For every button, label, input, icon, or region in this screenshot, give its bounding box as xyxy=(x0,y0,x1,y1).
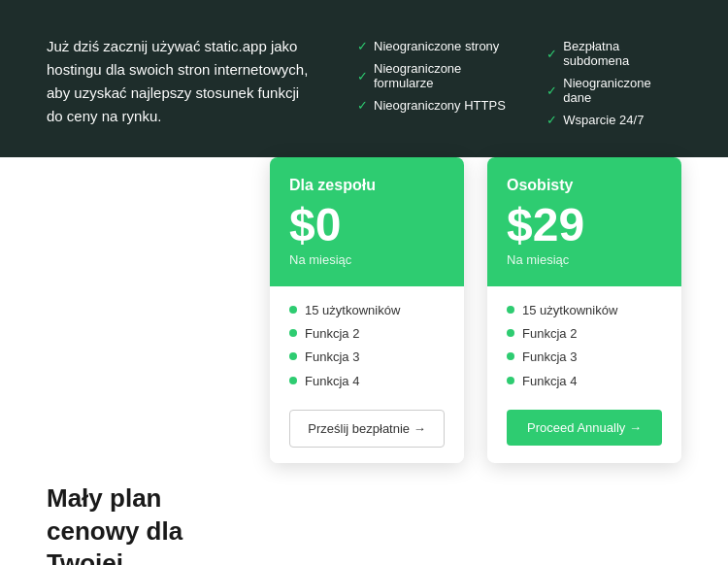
card-price: $29 xyxy=(507,202,662,249)
check-icon: ✓ xyxy=(357,69,368,83)
card-body: 15 użytkowników Funkcja 2 Funkcja 3 Funk… xyxy=(487,286,681,461)
feature-text: Nieograniczony HTTPS xyxy=(374,98,506,113)
feature-text: Bezpłatna subdomena xyxy=(563,39,681,68)
bullet-icon xyxy=(289,352,297,360)
feature-item: ✓Bezpłatna subdomena xyxy=(546,39,681,68)
card-feature-item: Funkcja 4 xyxy=(289,373,445,390)
card-feature-item: Funkcja 2 xyxy=(507,325,662,343)
page-wrapper: Już dziś zacznij używać static.app jako … xyxy=(0,0,728,565)
feature-text: Nieograniczone dane xyxy=(563,76,681,105)
card-feature-item: Funkcja 2 xyxy=(289,325,445,343)
bullet-icon xyxy=(289,377,297,384)
card-feature-item: Funkcja 4 xyxy=(507,373,662,390)
card-feature-item: 15 użytkowników xyxy=(289,302,445,319)
card-features-list: 15 użytkowników Funkcja 2 Funkcja 3 Funk… xyxy=(289,302,445,390)
card-header: Osobisty $29 Na miesiąc xyxy=(487,157,681,286)
feature-item: ✓Nieograniczone dane xyxy=(546,76,681,105)
card-period: Na miesiąc xyxy=(289,252,445,267)
bullet-icon xyxy=(289,306,297,314)
feature-label: 15 użytkowników xyxy=(305,302,400,319)
check-icon: ✓ xyxy=(357,39,368,53)
feature-item: ✓Nieograniczony HTTPS xyxy=(357,98,515,113)
card-period: Na miesiąc xyxy=(507,252,662,267)
feature-text: Nieograniczone strony xyxy=(374,39,499,53)
feature-label: Funkcja 2 xyxy=(305,325,359,343)
card-title: Dla zespołu xyxy=(289,177,445,194)
card-feature-item: Funkcja 3 xyxy=(507,349,662,366)
feature-label: 15 użytkowników xyxy=(522,302,617,319)
bullet-icon xyxy=(289,329,297,337)
pricing-card-personal: Osobisty $29 Na miesiąc 15 użytkowników … xyxy=(487,157,681,463)
bottom-title: Mały plan cenowy dla Twojej kreatywnej f… xyxy=(47,482,241,565)
card-cta-button[interactable]: Prześlij bezpłatnie → xyxy=(289,410,445,448)
headline-text: Już dziś zacznij używać static.app jako … xyxy=(47,35,318,128)
card-features-list: 15 użytkowników Funkcja 2 Funkcja 3 Funk… xyxy=(507,302,662,390)
check-icon: ✓ xyxy=(357,98,368,113)
feature-label: Funkcja 4 xyxy=(305,373,359,390)
feature-label: Funkcja 3 xyxy=(305,349,359,366)
cards-area: Dla zespołu $0 Na miesiąc 15 użytkownikó… xyxy=(0,157,728,463)
feature-item: ✓Nieograniczone strony xyxy=(357,39,515,53)
card-cta-button[interactable]: Proceed Annually → xyxy=(507,410,662,446)
check-icon: ✓ xyxy=(546,113,557,127)
card-header: Dla zespołu $0 Na miesiąc xyxy=(270,157,464,286)
feature-text: Nieograniczone formularze xyxy=(374,61,515,90)
pricing-card-team: Dla zespołu $0 Na miesiąc 15 użytkownikó… xyxy=(270,157,464,463)
top-content: Już dziś zacznij używać static.app jako … xyxy=(47,35,681,128)
bottom-left: Mały plan cenowy dla Twojej kreatywnej f… xyxy=(47,463,247,565)
bullet-icon xyxy=(507,352,514,360)
card-feature-item: 15 użytkowników xyxy=(507,302,662,319)
check-icon: ✓ xyxy=(546,47,557,61)
bullet-icon xyxy=(507,377,514,384)
bottom-section: Mały plan cenowy dla Twojej kreatywnej f… xyxy=(0,463,728,565)
bullet-icon xyxy=(507,329,514,337)
card-title: Osobisty xyxy=(507,177,662,194)
feature-item: ✓Wsparcie 24/7 xyxy=(546,113,681,127)
card-body: 15 użytkowników Funkcja 2 Funkcja 3 Funk… xyxy=(270,286,464,463)
card-feature-item: Funkcja 3 xyxy=(289,349,445,366)
features-col-1: ✓Nieograniczone strony✓Nieograniczone fo… xyxy=(357,39,515,127)
feature-label: Funkcja 4 xyxy=(522,373,577,390)
features-col-2: ✓Bezpłatna subdomena✓Nieograniczone dane… xyxy=(546,39,681,127)
bullet-icon xyxy=(507,306,514,314)
check-icon: ✓ xyxy=(546,83,557,98)
feature-text: Wsparcie 24/7 xyxy=(563,113,644,127)
feature-label: Funkcja 3 xyxy=(522,349,577,366)
card-price: $0 xyxy=(289,202,445,249)
feature-label: Funkcja 2 xyxy=(522,325,577,343)
feature-item: ✓Nieograniczone formularze xyxy=(357,61,515,90)
features-columns: ✓Nieograniczone strony✓Nieograniczone fo… xyxy=(357,39,681,127)
